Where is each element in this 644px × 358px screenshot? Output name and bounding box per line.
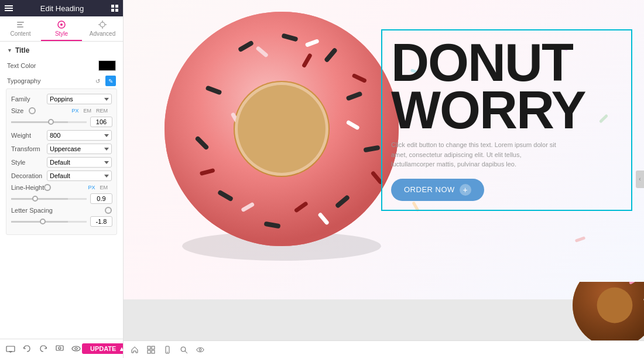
typography-edit-icon[interactable]: ✎: [105, 76, 116, 86]
panel-bottom-bar: UPDATE ▲: [0, 339, 123, 358]
title-section-header[interactable]: ▼ Title: [0, 42, 123, 58]
order-now-button[interactable]: ORDER NOW +: [391, 179, 484, 201]
font-transform-row: Transform Uppercase: [11, 144, 112, 154]
svg-point-46: [238, 85, 326, 173]
font-size-input[interactable]: 106: [90, 117, 112, 127]
svg-rect-13: [56, 346, 63, 350]
canvas-zoom-icon[interactable]: [179, 345, 189, 355]
svg-rect-2: [17, 26, 23, 28]
svg-point-15: [72, 346, 80, 351]
svg-point-4: [60, 23, 63, 26]
font-family-label: Family: [11, 96, 43, 103]
font-weight-select[interactable]: 800: [47, 130, 112, 141]
letter-spacing-slider-row: -1.8: [11, 216, 112, 227]
tab-content[interactable]: Content: [0, 16, 41, 41]
line-height-slider[interactable]: [11, 198, 87, 200]
heading-line2: WORRY: [391, 87, 622, 134]
svg-point-62: [199, 349, 201, 351]
text-color-label: Text Color: [7, 62, 36, 69]
collapse-arrow: ▼: [7, 47, 12, 53]
svg-point-16: [75, 347, 77, 350]
font-decoration-label: Decoration: [11, 172, 43, 179]
canvas-bottom-toolbar: [124, 340, 644, 358]
lh-unit-px[interactable]: PX: [86, 184, 97, 191]
canvas-home-icon[interactable]: [129, 345, 140, 355]
typography-refresh-icon[interactable]: ↺: [93, 76, 103, 86]
left-panel: Edit Heading Content Style: [0, 0, 124, 358]
unit-em[interactable]: EM: [82, 107, 94, 114]
title-section-label: Title: [15, 46, 29, 54]
tab-style-label: Style: [55, 30, 68, 37]
eye-icon[interactable]: [70, 343, 82, 354]
panel-header: Edit Heading: [0, 0, 123, 16]
letter-spacing-input[interactable]: -1.8: [90, 216, 112, 227]
canvas-eye-icon[interactable]: [195, 345, 205, 355]
collapse-handle[interactable]: ‹: [636, 171, 644, 188]
order-now-label: ORDER NOW: [404, 185, 455, 194]
font-decoration-select[interactable]: Default: [47, 171, 112, 181]
heading-line1: DONUT: [391, 39, 622, 87]
svg-point-58: [167, 352, 168, 353]
tab-style[interactable]: Style: [41, 16, 82, 41]
canvas-grid-icon[interactable]: [146, 345, 156, 355]
svg-rect-1: [17, 24, 22, 25]
letter-spacing-label: Letter Spacing: [11, 207, 53, 214]
canvas-area: DONUT WORRY Click edit button to change …: [124, 0, 644, 358]
font-size-label: Size: [11, 107, 29, 114]
letter-spacing-link-icon[interactable]: [105, 207, 112, 214]
font-size-link-icon[interactable]: [29, 107, 36, 114]
font-size-row: Size PX EM REM: [11, 107, 112, 114]
update-button[interactable]: UPDATE ▲: [82, 343, 124, 354]
donut-image: [147, 0, 416, 281]
tab-advanced[interactable]: Advanced: [82, 16, 123, 41]
undo-icon[interactable]: [21, 343, 33, 354]
canvas-mobile-icon[interactable]: [162, 345, 173, 355]
unit-rem[interactable]: REM: [94, 107, 109, 114]
display-icon[interactable]: [54, 343, 66, 354]
typography-icons: ↺ ✎: [93, 76, 116, 86]
responsive-icon[interactable]: [5, 343, 16, 354]
svg-point-59: [181, 347, 186, 352]
font-style-select[interactable]: Default: [47, 157, 112, 168]
font-transform-label: Transform: [11, 145, 43, 152]
letter-spacing-slider[interactable]: [11, 221, 87, 223]
typography-row: Typography ↺ ✎: [0, 73, 123, 88]
update-label: UPDATE: [90, 345, 116, 352]
donut-peek: [568, 282, 644, 340]
panel-tabs: Content Style Advanced: [0, 16, 123, 42]
font-family-select[interactable]: Poppins: [47, 94, 112, 104]
font-decoration-row: Decoration Default: [11, 171, 112, 181]
donut-body-text: Click edit button to change this text. L…: [391, 140, 567, 169]
font-weight-label: Weight: [11, 132, 43, 139]
svg-line-60: [185, 351, 187, 353]
line-height-slider-row: 0.9: [11, 193, 112, 204]
redo-icon[interactable]: [37, 343, 49, 354]
font-style-row: Style Default: [11, 157, 112, 168]
svg-point-14: [59, 347, 61, 349]
type-controls: Family Poppins Size PX EM REM 106: [6, 88, 117, 235]
font-transform-select[interactable]: Uppercase: [47, 144, 112, 154]
font-style-label: Style: [11, 159, 43, 166]
font-weight-row: Weight 800: [11, 130, 112, 141]
line-height-input[interactable]: 0.9: [90, 193, 112, 204]
update-arrow-icon: ▲: [118, 345, 124, 352]
sprinkle-6: [575, 236, 586, 243]
font-size-slider[interactable]: [11, 121, 87, 123]
lh-unit-em[interactable]: EM: [98, 184, 110, 191]
svg-rect-10: [6, 346, 15, 352]
text-color-row: Text Color: [0, 58, 123, 73]
svg-point-61: [197, 347, 204, 352]
apps-icon[interactable]: [111, 5, 118, 12]
panel-body: ▼ Title Text Color Typography ↺ ✎ Family…: [0, 42, 123, 339]
typography-label: Typography: [7, 77, 40, 84]
font-family-row: Family Poppins: [11, 94, 112, 104]
text-color-swatch[interactable]: [98, 60, 116, 71]
svg-rect-53: [148, 346, 150, 349]
svg-rect-55: [148, 350, 150, 353]
font-size-slider-row: 106: [11, 117, 112, 127]
line-height-row: Line-Height PX EM: [11, 184, 112, 191]
svg-rect-56: [152, 350, 155, 353]
unit-px[interactable]: PX: [70, 107, 80, 114]
line-height-link-icon[interactable]: [44, 184, 51, 191]
menu-icon[interactable]: [5, 5, 13, 11]
